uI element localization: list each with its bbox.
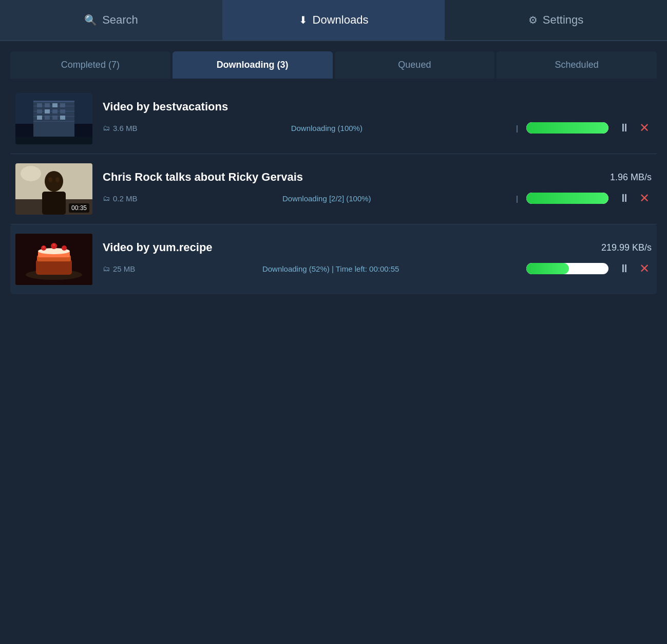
- svg-point-38: [62, 245, 67, 251]
- top-navigation: 🔍 Search ⬇ Downloads ⚙ Settings: [0, 0, 667, 41]
- pause-button-chrisrock[interactable]: ⏸: [617, 190, 632, 207]
- svg-rect-19: [60, 116, 65, 120]
- svg-rect-13: [45, 109, 50, 113]
- svg-point-36: [41, 245, 46, 251]
- svg-rect-15: [60, 109, 65, 113]
- item-title-bestvacations: Video by bestvacations: [103, 100, 228, 113]
- svg-point-24: [45, 171, 63, 192]
- download-item-chrisrock: 00:35 Chris Rock talks about Ricky Gerva…: [10, 154, 657, 224]
- svg-rect-12: [37, 109, 42, 113]
- item-status-text-chrisrock: Downloading [2/2] (100%): [146, 194, 508, 203]
- folder-icon: 🗂: [103, 124, 110, 132]
- search-icon: 🔍: [84, 14, 97, 26]
- svg-point-27: [55, 177, 60, 182]
- separator-1: |: [516, 124, 518, 132]
- svg-rect-11: [60, 103, 65, 107]
- nav-search-label: Search: [102, 13, 138, 27]
- download-item-bestvacations: Video by bestvacations 🗂 3.6 MB Download…: [10, 84, 657, 154]
- svg-rect-16: [37, 116, 42, 120]
- item-status-text-yumrecipe: Downloading (52%) | Time left: 00:00:55: [143, 264, 518, 273]
- item-title-yumrecipe: Video by yum.recipe: [103, 241, 213, 254]
- nav-settings[interactable]: ⚙ Settings: [445, 0, 667, 40]
- svg-point-28: [21, 166, 41, 181]
- item-speed-chrisrock: 1.96 MB/s: [610, 172, 652, 183]
- nav-search[interactable]: 🔍 Search: [0, 0, 222, 40]
- separator-2: |: [516, 194, 518, 203]
- item-info-bestvacations: Video by bestvacations 🗂 3.6 MB Download…: [103, 100, 652, 137]
- settings-icon: ⚙: [528, 14, 538, 26]
- svg-rect-25: [42, 192, 66, 215]
- item-title-row-yumrecipe: Video by yum.recipe 219.99 KB/s: [103, 241, 652, 254]
- sub-tabs-bar: Completed (7) Downloading (3) Queued Sch…: [0, 41, 667, 79]
- progress-fill-bestvacations: [526, 122, 608, 134]
- svg-rect-9: [45, 103, 50, 107]
- cancel-button-chrisrock[interactable]: ✕: [637, 189, 652, 207]
- tab-queued[interactable]: Queued: [335, 51, 495, 79]
- item-status-row-chrisrock: 🗂 0.2 MB Downloading [2/2] (100%) | ⏸ ✕: [103, 189, 652, 207]
- item-status-row-bestvacations: 🗂 3.6 MB Downloading (100%) | ⏸ ✕: [103, 119, 652, 137]
- svg-rect-18: [52, 116, 58, 120]
- progress-bar-bestvacations: [526, 122, 608, 134]
- item-status-row-yumrecipe: 🗂 25 MB Downloading (52%) | Time left: 0…: [103, 259, 652, 278]
- tab-scheduled[interactable]: Scheduled: [497, 51, 657, 79]
- svg-rect-20: [15, 137, 92, 144]
- item-controls-yumrecipe: ⏸ ✕: [617, 259, 652, 278]
- download-list: Video by bestvacations 🗂 3.6 MB Download…: [0, 79, 667, 304]
- svg-rect-7: [33, 121, 74, 122]
- item-controls-bestvacations: ⏸ ✕: [617, 119, 652, 137]
- nav-downloads-label: Downloads: [313, 13, 369, 27]
- duration-badge-chrisrock: 00:35: [69, 203, 89, 213]
- svg-rect-14: [52, 109, 58, 113]
- nav-downloads[interactable]: ⬇ Downloads: [222, 0, 445, 40]
- progress-bar-yumrecipe: [526, 263, 608, 274]
- progress-fill-chrisrock: [526, 193, 608, 204]
- folder-icon-2: 🗂: [103, 194, 110, 202]
- pause-button-yumrecipe[interactable]: ⏸: [617, 260, 632, 277]
- thumbnail-yumrecipe: [15, 234, 92, 285]
- svg-rect-3: [33, 101, 74, 102]
- item-title-row-chrisrock: Chris Rock talks about Ricky Gervais 1.9…: [103, 171, 652, 184]
- thumbnail-bestvacations: [15, 93, 92, 144]
- item-speed-yumrecipe: 219.99 KB/s: [601, 242, 652, 253]
- svg-rect-8: [37, 103, 42, 107]
- svg-point-37: [51, 243, 57, 249]
- progress-bar-chrisrock: [526, 193, 608, 204]
- svg-rect-10: [52, 103, 58, 107]
- svg-rect-17: [45, 116, 50, 120]
- item-size-bestvacations: 🗂 3.6 MB: [103, 124, 138, 132]
- svg-rect-32: [36, 259, 72, 275]
- folder-icon-3: 🗂: [103, 264, 110, 273]
- thumbnail-chrisrock: 00:35: [15, 163, 92, 215]
- svg-point-26: [48, 177, 52, 182]
- item-size-yumrecipe: 🗂 25 MB: [103, 264, 135, 273]
- pause-button-bestvacations[interactable]: ⏸: [617, 119, 632, 137]
- cancel-button-yumrecipe[interactable]: ✕: [637, 259, 652, 278]
- item-info-yumrecipe: Video by yum.recipe 219.99 KB/s 🗂 25 MB …: [103, 241, 652, 278]
- item-controls-chrisrock: ⏸ ✕: [617, 189, 652, 207]
- item-title-row-bestvacations: Video by bestvacations: [103, 100, 652, 113]
- tab-downloading[interactable]: Downloading (3): [173, 51, 333, 79]
- separator-time: |: [332, 264, 336, 273]
- item-status-text-bestvacations: Downloading (100%): [146, 124, 508, 132]
- tab-completed[interactable]: Completed (7): [10, 51, 170, 79]
- svg-point-40: [53, 244, 55, 245]
- download-icon: ⬇: [299, 14, 308, 26]
- item-info-chrisrock: Chris Rock talks about Ricky Gervais 1.9…: [103, 171, 652, 207]
- item-title-chrisrock: Chris Rock talks about Ricky Gervais: [103, 171, 303, 184]
- item-size-chrisrock: 🗂 0.2 MB: [103, 194, 138, 203]
- progress-fill-yumrecipe: [526, 263, 569, 274]
- svg-point-39: [43, 247, 45, 248]
- cancel-button-bestvacations[interactable]: ✕: [637, 119, 652, 137]
- download-item-yumrecipe: Video by yum.recipe 219.99 KB/s 🗂 25 MB …: [10, 224, 657, 294]
- nav-settings-label: Settings: [543, 13, 584, 27]
